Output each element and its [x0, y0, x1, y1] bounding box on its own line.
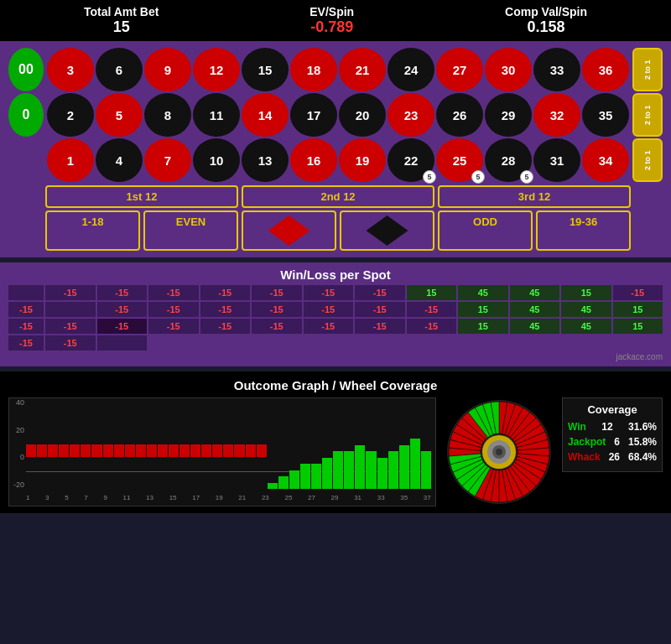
number-5[interactable]: 5: [96, 93, 143, 137]
number-6[interactable]: 6: [96, 48, 143, 91]
number-14[interactable]: 14: [242, 93, 289, 137]
ev-spin-col: EV/Spin -0.789: [309, 5, 354, 36]
x-label-29: 29: [331, 494, 339, 501]
col-2to1: 2 to 1 2 to 1 2 to 1: [632, 48, 663, 182]
number-28[interactable]: 285: [485, 138, 532, 182]
number-30[interactable]: 30: [485, 48, 532, 91]
number-16[interactable]: 16: [290, 138, 337, 182]
number-4[interactable]: 4: [96, 138, 143, 182]
red-diamond[interactable]: [242, 210, 336, 251]
wl-cell-1-3: -15: [252, 302, 302, 317]
19-36[interactable]: 19-36: [536, 210, 631, 251]
wl-cell-1-2: -15: [200, 302, 251, 317]
black-diamond[interactable]: [340, 210, 434, 251]
bar-36: [421, 402, 431, 489]
wl-cell-2-3: -15: [304, 319, 354, 334]
number-27[interactable]: 27: [436, 48, 483, 91]
number-31[interactable]: 31: [533, 138, 580, 182]
2nd-12[interactable]: 2nd 12: [242, 185, 434, 208]
wl-cell-0-9: 45: [510, 285, 560, 300]
bar-32: [377, 402, 388, 489]
number-21[interactable]: 21: [339, 48, 386, 91]
bar-shape-1: [37, 444, 47, 457]
number-33[interactable]: 33: [533, 48, 580, 91]
number-32[interactable]: 32: [533, 93, 580, 137]
3rd-12[interactable]: 3rd 12: [438, 185, 631, 208]
2to1-bot[interactable]: 2 to 1: [632, 138, 663, 182]
x-axis: 135791113151719212325272931333537: [26, 489, 431, 506]
coverage-title: Coverage: [568, 403, 657, 416]
bar-shape-7: [103, 444, 113, 457]
number-26[interactable]: 26: [436, 93, 483, 137]
number-3[interactable]: 3: [47, 48, 94, 91]
number-11[interactable]: 11: [193, 93, 240, 137]
wl-cell-2-2: -15: [252, 319, 302, 334]
number-29[interactable]: 29: [485, 93, 532, 137]
numbers-grid: 3691215182124273033362581114172023262932…: [47, 48, 629, 182]
bar-shape-3: [59, 444, 69, 457]
number-8[interactable]: 8: [144, 93, 191, 137]
1st-12[interactable]: 1st 12: [45, 185, 238, 208]
bar-1: [37, 402, 47, 489]
number-20[interactable]: 20: [339, 93, 386, 137]
1-18[interactable]: 1-18: [45, 210, 140, 251]
bar-shape-12: [158, 444, 168, 457]
number-9[interactable]: 9: [144, 48, 191, 91]
number-18[interactable]: 18: [290, 48, 337, 91]
bar-shape-14: [179, 444, 190, 457]
number-36[interactable]: 36: [582, 48, 629, 91]
bar-24: [289, 402, 299, 489]
number-2[interactable]: 2: [47, 93, 94, 137]
bar-shape-19: [234, 444, 244, 457]
wl-cell-2-12: [97, 335, 148, 351]
number-13[interactable]: 13: [242, 138, 289, 182]
number-22[interactable]: 225: [388, 138, 434, 182]
roulette-table-section: 00 0 36912151821242730333625811141720232…: [0, 41, 671, 257]
coverage-jackpot-pct: 15.8%: [628, 436, 657, 448]
number-23[interactable]: 23: [388, 93, 434, 137]
outside-row: 1-18 EVEN ODD 19-36: [8, 210, 663, 251]
coverage-whack-pct: 68.4%: [628, 451, 657, 463]
bar-20: [246, 402, 256, 489]
double-zero[interactable]: 00: [8, 48, 44, 91]
x-label-1: 1: [26, 494, 29, 501]
wl-cell-2-7: 45: [510, 319, 560, 334]
bar-shape-13: [169, 444, 179, 457]
number-1[interactable]: 1: [47, 138, 94, 182]
wl-left-1: [45, 302, 96, 317]
number-10[interactable]: 10: [193, 138, 240, 182]
bar-0: [26, 402, 36, 489]
wl-cell-0-5: -15: [304, 285, 354, 300]
bar-chart: 40 20 0 -20 1357911131517192123252729313…: [8, 397, 436, 506]
bar-shape-16: [201, 444, 211, 457]
roulette-grid: 00 0 36912151821242730333625811141720232…: [8, 48, 663, 182]
odd[interactable]: ODD: [438, 210, 533, 251]
number-35[interactable]: 35: [582, 93, 629, 137]
number-25[interactable]: 255: [436, 138, 483, 182]
y-label-40: 40: [9, 398, 26, 407]
bar-18: [223, 402, 233, 489]
number-7[interactable]: 7: [144, 138, 191, 182]
even[interactable]: EVEN: [143, 210, 238, 251]
comp-val-spin-value: 0.158: [505, 18, 587, 36]
bar-shape-29: [344, 451, 354, 489]
total-amt-bet-value: 15: [84, 18, 159, 36]
number-17[interactable]: 17: [290, 93, 337, 137]
wl-cell-0-8: 45: [458, 285, 508, 300]
2to1-top[interactable]: 2 to 1: [632, 48, 663, 91]
number-19[interactable]: 19: [339, 138, 386, 182]
number-24[interactable]: 24: [388, 48, 434, 91]
number-15[interactable]: 15: [242, 48, 289, 91]
bar-2: [48, 402, 58, 489]
bar-shape-33: [388, 451, 398, 489]
single-zero[interactable]: 0: [8, 93, 44, 137]
number-34[interactable]: 34: [582, 138, 629, 182]
bar-35: [410, 402, 420, 489]
number-12[interactable]: 12: [193, 48, 240, 91]
bar-22: [268, 402, 278, 489]
bar-31: [366, 402, 376, 489]
winloss-title: Win/Loss per Spot: [8, 267, 663, 282]
2to1-mid[interactable]: 2 to 1: [632, 93, 663, 137]
bar-shape-34: [399, 445, 409, 490]
total-amt-bet-label: Total Amt Bet: [84, 5, 159, 18]
